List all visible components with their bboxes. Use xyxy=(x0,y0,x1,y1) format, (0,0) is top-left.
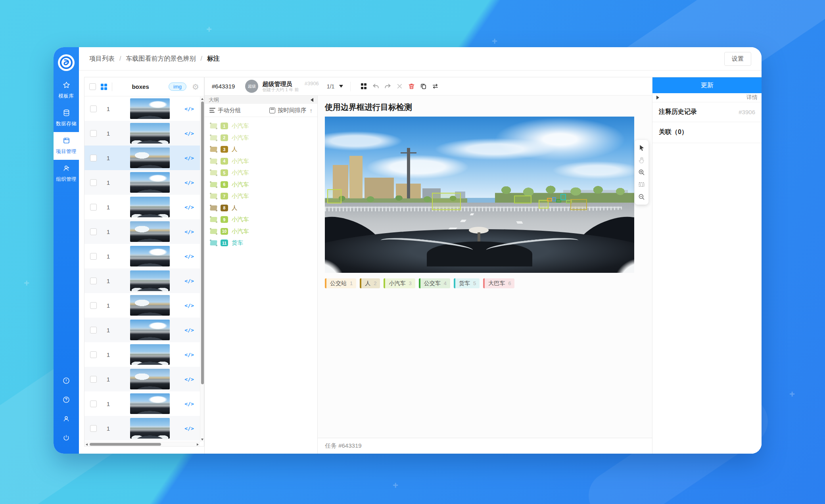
undo-button[interactable] xyxy=(370,80,382,92)
gear-icon[interactable]: ⚙ xyxy=(192,82,199,92)
bounding-box[interactable] xyxy=(514,195,531,203)
vertical-scrollbar[interactable] xyxy=(200,97,204,442)
label-tag-person[interactable]: 人2 xyxy=(360,278,380,288)
scroll-up-icon[interactable] xyxy=(201,98,203,100)
horizontal-scrollbar[interactable] xyxy=(84,442,200,446)
relations-row[interactable]: 关联（0） xyxy=(652,122,762,143)
task-thumbnail[interactable] xyxy=(130,123,170,144)
task-thumbnail[interactable] xyxy=(130,320,170,340)
select-tool-button[interactable] xyxy=(635,142,648,154)
code-icon[interactable]: </> xyxy=(180,352,198,358)
avatar[interactable]: 超级 xyxy=(245,80,258,93)
code-icon[interactable]: </> xyxy=(180,155,198,161)
select-all-checkbox[interactable] xyxy=(89,83,96,90)
label-tag-truck[interactable]: 货车5 xyxy=(454,278,480,288)
task-thumbnail[interactable] xyxy=(130,418,170,439)
label-tag-bus-station[interactable]: 公交站1 xyxy=(325,278,356,288)
row-checkbox[interactable] xyxy=(90,327,97,333)
bounding-box[interactable] xyxy=(570,199,587,210)
fit-to-screen-button[interactable] xyxy=(635,178,648,191)
task-row[interactable]: 1</> xyxy=(84,96,204,121)
task-row[interactable]: 1</> xyxy=(84,318,204,342)
code-icon[interactable]: </> xyxy=(180,106,198,112)
task-thumbnail[interactable] xyxy=(130,98,170,119)
label-tag-car[interactable]: 小汽车3 xyxy=(384,278,415,288)
column-title[interactable]: boxes xyxy=(117,83,164,90)
update-button[interactable]: 更新 xyxy=(652,77,762,93)
task-row[interactable]: 1</> xyxy=(84,268,204,293)
row-checkbox[interactable] xyxy=(90,228,97,235)
task-row[interactable]: 1</> xyxy=(84,195,204,219)
code-icon[interactable]: </> xyxy=(180,180,198,186)
outline-item[interactable]: 1小汽车 xyxy=(205,120,317,132)
breadcrumb-project-list[interactable]: 项目列表 xyxy=(89,55,115,63)
outline-item[interactable]: 2小汽车 xyxy=(205,132,317,144)
code-icon[interactable]: </> xyxy=(180,376,198,382)
task-row-selected[interactable]: 1</> xyxy=(84,146,204,170)
settings-button[interactable]: 设置 xyxy=(724,52,751,66)
bounding-box[interactable] xyxy=(327,189,342,203)
swap-button[interactable] xyxy=(429,80,441,92)
row-checkbox[interactable] xyxy=(90,302,97,309)
outline-item[interactable]: 9小汽车 xyxy=(205,214,317,226)
task-row[interactable]: 1</> xyxy=(84,391,204,416)
sort-by-time-button[interactable]: 按时间排序 xyxy=(278,107,307,114)
reset-button[interactable] xyxy=(393,80,405,92)
task-thumbnail[interactable] xyxy=(130,148,170,168)
sort-direction-icon[interactable]: ↑ xyxy=(310,107,313,114)
code-icon[interactable]: </> xyxy=(180,253,198,259)
outline-item[interactable]: 6小汽车 xyxy=(205,179,317,191)
label-tag-coach[interactable]: 大巴车6 xyxy=(483,278,514,288)
delete-button[interactable] xyxy=(405,80,417,92)
scroll-right-icon[interactable] xyxy=(197,443,199,446)
bounding-box[interactable] xyxy=(432,193,461,210)
outline-item[interactable]: 4小汽车 xyxy=(205,155,317,167)
user-icon[interactable] xyxy=(62,415,70,424)
code-icon[interactable]: </> xyxy=(180,401,198,407)
app-logo[interactable] xyxy=(58,54,75,71)
task-row[interactable]: 1</> xyxy=(84,244,204,268)
duplicate-button[interactable] xyxy=(417,80,429,92)
breadcrumb-project-name[interactable]: 车载图看前方的景色辨别 xyxy=(126,55,196,63)
code-icon[interactable]: </> xyxy=(180,327,198,333)
code-icon[interactable]: </> xyxy=(180,425,198,431)
row-checkbox[interactable] xyxy=(90,278,97,284)
task-thumbnail[interactable] xyxy=(130,344,170,365)
sidebar-item-organization[interactable]: 组织管理 xyxy=(54,160,79,188)
outline-item[interactable]: 11货车 xyxy=(205,237,317,249)
collapse-panel-icon[interactable] xyxy=(311,98,313,102)
sidebar-item-templates[interactable]: 模板库 xyxy=(54,77,79,104)
task-row[interactable]: 1</> xyxy=(84,293,204,318)
pan-tool-button[interactable] xyxy=(635,154,648,166)
vertical-scroll-thumb[interactable] xyxy=(201,102,204,384)
chevron-down-icon[interactable] xyxy=(339,85,343,88)
outline-item[interactable]: 10小汽车 xyxy=(205,226,317,238)
code-icon[interactable]: </> xyxy=(180,130,198,136)
row-checkbox[interactable] xyxy=(90,253,97,260)
scroll-down-icon[interactable] xyxy=(201,439,203,441)
code-icon[interactable]: </> xyxy=(180,278,198,284)
help-icon[interactable] xyxy=(62,396,70,405)
row-checkbox[interactable] xyxy=(90,179,97,186)
panorama-image[interactable] xyxy=(325,117,634,273)
outline-item[interactable]: 8人 xyxy=(205,202,317,214)
task-thumbnail[interactable] xyxy=(130,221,170,242)
zoom-out-button[interactable] xyxy=(635,191,648,203)
outline-item[interactable]: 3人 xyxy=(205,144,317,155)
code-icon[interactable]: </> xyxy=(180,204,198,210)
task-thumbnail[interactable] xyxy=(130,172,170,193)
task-thumbnail[interactable] xyxy=(130,270,170,291)
task-thumbnail[interactable] xyxy=(130,246,170,266)
expand-icon[interactable] xyxy=(656,96,659,100)
code-icon[interactable]: </> xyxy=(180,303,198,309)
annotation-history-row[interactable]: 注释历史记录 #3906 xyxy=(652,102,762,122)
sidebar-item-projects[interactable]: 项目管理 xyxy=(54,132,79,160)
task-row[interactable]: 1</> xyxy=(84,219,204,244)
horizontal-scroll-thumb[interactable] xyxy=(90,443,161,446)
task-row[interactable]: 1</> xyxy=(84,416,204,441)
bounding-box[interactable] xyxy=(560,194,566,201)
bounding-box[interactable] xyxy=(552,197,556,202)
row-checkbox[interactable] xyxy=(90,155,97,161)
row-checkbox[interactable] xyxy=(90,105,97,112)
task-thumbnail[interactable] xyxy=(130,393,170,414)
